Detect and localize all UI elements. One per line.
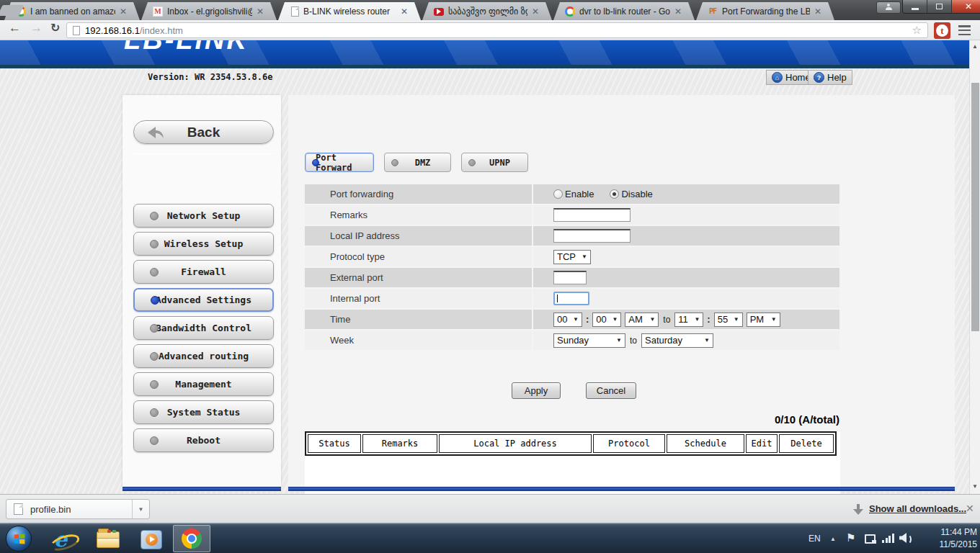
bullet-icon bbox=[150, 212, 159, 220]
taskbar: e EN ▲ ⚑ 11:44 PM 11/5/2015 bbox=[0, 523, 980, 553]
back-nav-icon[interactable]: ← bbox=[9, 21, 21, 35]
sidebar-item-advanced-routing[interactable]: Advanced routing bbox=[133, 344, 274, 368]
week-label: Week bbox=[305, 331, 532, 350]
tab-dvr-search[interactable]: dvr to lb-link router - Goo ✕ bbox=[553, 2, 695, 20]
action-center-flag-icon[interactable]: ⚑ bbox=[846, 531, 855, 544]
time-label: Time bbox=[305, 310, 532, 329]
time-to-minute-select[interactable]: 55▼ bbox=[714, 313, 743, 327]
minimize-button[interactable] bbox=[903, 0, 927, 13]
restore-button[interactable] bbox=[927, 0, 952, 13]
bullet-icon bbox=[150, 268, 159, 276]
back-button[interactable]: Back bbox=[133, 120, 274, 144]
taskbar-item-explorer[interactable] bbox=[92, 528, 124, 551]
taskbar-item-chrome-active[interactable] bbox=[173, 525, 210, 552]
tab-label: Inbox - el.grigolishvili@gm bbox=[167, 6, 252, 17]
download-bar-close-icon[interactable]: ✕ bbox=[966, 503, 974, 514]
scrollbar-thumb[interactable] bbox=[971, 83, 979, 331]
sidebar-item-network-setup[interactable]: Network Setup bbox=[133, 204, 274, 228]
taskbar-clock[interactable]: 11:44 PM 11/5/2015 bbox=[918, 526, 977, 551]
enable-label: Enable bbox=[565, 189, 594, 199]
rules-table-header: Status Remarks Local IP address Protocol… bbox=[305, 431, 837, 456]
time-from-hour-select[interactable]: 00▼ bbox=[553, 313, 582, 327]
bullet-icon bbox=[150, 408, 159, 417]
sidebar-item-reboot[interactable]: Reboot bbox=[133, 428, 274, 452]
to-label: to bbox=[630, 336, 637, 346]
sidebar-item-firewall[interactable]: Firewall bbox=[133, 260, 274, 284]
tab-blink-router[interactable]: B-LINK wireless router ✕ bbox=[278, 2, 421, 20]
week-from-select[interactable]: Sunday▼ bbox=[553, 333, 625, 348]
protocol-select[interactable]: TCP ▼ bbox=[553, 250, 591, 264]
time-from-minute-select[interactable]: 00▼ bbox=[592, 313, 621, 327]
tab-youtube[interactable]: საბავშვო ფილმი ზღაპარ ✕ bbox=[422, 2, 552, 20]
external-port-input[interactable] bbox=[553, 271, 587, 284]
sidebar-item-management[interactable]: Management bbox=[133, 372, 274, 396]
windows-logo-icon bbox=[14, 534, 24, 544]
apply-button[interactable]: Apply bbox=[512, 382, 561, 399]
profile-button[interactable] bbox=[876, 1, 901, 14]
tab-close-icon[interactable]: ✕ bbox=[401, 6, 408, 17]
tab-close-icon[interactable]: ✕ bbox=[674, 6, 682, 17]
time-to-hour-select[interactable]: 11▼ bbox=[674, 313, 703, 327]
to-label: to bbox=[663, 315, 670, 325]
tab-close-icon[interactable]: ✕ bbox=[532, 6, 539, 17]
volume-icon[interactable] bbox=[899, 533, 912, 543]
extension-button[interactable]: t bbox=[934, 22, 950, 39]
sidebar-item-advanced-settings[interactable]: Advanced Settings bbox=[133, 288, 274, 312]
start-button[interactable] bbox=[6, 526, 32, 552]
tab-port-forward[interactable]: Port Forward bbox=[305, 153, 374, 172]
tab-portforward-guide[interactable]: PF Port Forwarding the LB-Li ✕ bbox=[696, 2, 834, 20]
row-port-forwarding: Port forwarding Enable Disable bbox=[305, 184, 839, 204]
sidebar-item-bandwidth-control[interactable]: Bandwidth Control bbox=[133, 316, 274, 340]
download-caret-icon[interactable]: ▼ bbox=[132, 500, 149, 518]
tab-dmz[interactable]: DMZ bbox=[384, 153, 451, 172]
window-controls: ✕ bbox=[902, 0, 980, 14]
bullet-icon bbox=[312, 159, 319, 166]
show-all-downloads-link[interactable]: Show all downloads... bbox=[869, 503, 966, 514]
close-button[interactable]: ✕ bbox=[952, 0, 980, 13]
back-arrow-icon bbox=[146, 126, 164, 139]
download-arrow-icon bbox=[853, 504, 863, 515]
tab-gmail[interactable]: M Inbox - el.grigolishvili@gm ✕ bbox=[141, 2, 277, 20]
tab-close-icon[interactable]: ✕ bbox=[814, 6, 821, 17]
rule-counter: 0/10 (A/total) bbox=[623, 413, 839, 426]
enable-radio[interactable] bbox=[553, 189, 563, 199]
sidebar-item-system-status[interactable]: System Status bbox=[133, 400, 274, 424]
chrome-menu-icon[interactable] bbox=[958, 25, 971, 35]
banner-underline bbox=[0, 65, 969, 68]
forward-nav-icon[interactable]: → bbox=[30, 21, 43, 35]
tab-close-icon[interactable]: ✕ bbox=[120, 6, 127, 17]
time-from-ampm-select[interactable]: AM▼ bbox=[625, 313, 659, 327]
sidebar-item-wireless-setup[interactable]: Wireless Setup bbox=[133, 232, 274, 256]
internet-explorer-icon: e bbox=[54, 529, 67, 549]
scroll-down-icon[interactable]: ▼ bbox=[972, 483, 978, 490]
time-to-ampm-select[interactable]: PM▼ bbox=[747, 313, 780, 327]
download-item[interactable]: profile.bin ▼ bbox=[6, 499, 150, 519]
col-remarks: Remarks bbox=[362, 434, 437, 453]
taskbar-item-ie[interactable]: e bbox=[45, 528, 76, 551]
bookmark-star-icon[interactable]: ☆ bbox=[912, 24, 922, 37]
tab-upnp[interactable]: UPNP bbox=[461, 153, 528, 172]
network-icon[interactable] bbox=[865, 534, 876, 544]
tab-close-icon[interactable]: ✕ bbox=[257, 6, 264, 17]
internal-port-input[interactable] bbox=[553, 292, 589, 305]
tab-amazon[interactable]: I am banned on amazon - ✕ bbox=[4, 2, 140, 20]
cancel-button[interactable]: Cancel bbox=[586, 382, 636, 399]
remarks-input[interactable] bbox=[553, 208, 631, 222]
bullet-icon bbox=[150, 240, 159, 248]
disable-radio[interactable] bbox=[610, 189, 619, 199]
bullet-icon bbox=[468, 159, 476, 166]
clock-date: 11/5/2015 bbox=[918, 539, 977, 551]
media-player-icon bbox=[141, 530, 162, 549]
show-hidden-icons[interactable]: ▲ bbox=[830, 536, 836, 542]
taskbar-item-wmp[interactable] bbox=[135, 528, 167, 551]
local-ip-input[interactable] bbox=[553, 229, 631, 243]
scroll-up-icon[interactable]: ▲ bbox=[972, 43, 978, 50]
language-indicator[interactable]: EN bbox=[808, 534, 821, 544]
row-week: Week Sunday▼ to Saturday▼ bbox=[305, 331, 839, 350]
reload-icon[interactable]: ↻ bbox=[50, 21, 60, 35]
address-bar[interactable]: 192.168.16.1/index.htm ☆ bbox=[66, 22, 928, 38]
wireless-signal-icon[interactable] bbox=[882, 533, 894, 543]
page-scrollbar[interactable]: ▲ ▼ bbox=[969, 40, 980, 494]
week-to-select[interactable]: Saturday▼ bbox=[641, 333, 713, 348]
help-button[interactable]: ? Help bbox=[808, 70, 852, 85]
